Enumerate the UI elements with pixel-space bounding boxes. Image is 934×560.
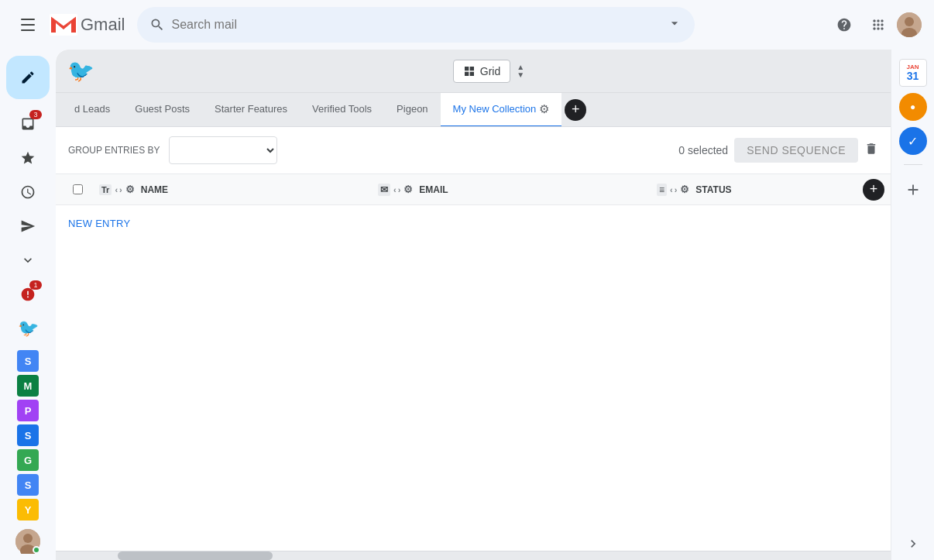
tab-guest-posts[interactable]: Guest Posts — [122, 93, 202, 127]
search-expand-icon[interactable] — [667, 15, 682, 33]
status-col-settings-icon[interactable]: ⚙ — [680, 184, 689, 195]
sidebar-app-g[interactable]: G — [17, 449, 39, 471]
app-header-center: Grid ▲ ▼ — [99, 60, 878, 83]
sidebar-user-avatar[interactable] — [15, 529, 40, 554]
streak-label: ● — [910, 101, 915, 112]
bird-icon: 🐦 — [18, 318, 39, 338]
calendar-date: 31 — [907, 70, 919, 81]
send-sequence-button[interactable]: SEND SEQUENCE — [734, 138, 858, 163]
gmail-sidebar: 3 — [0, 50, 56, 560]
right-sidebar-collapse[interactable] — [905, 536, 921, 554]
tab-label-pigeon: Pigeon — [397, 103, 428, 115]
search-input[interactable] — [171, 18, 661, 32]
sidebar-item-alert[interactable]: 1 — [12, 279, 43, 310]
tab-settings-icon[interactable]: ⚙ — [539, 102, 549, 116]
online-status-dot — [33, 546, 40, 554]
name-col-label: NAME — [141, 184, 168, 195]
gmail-logo: Gmail — [50, 14, 125, 36]
right-sidebar-check[interactable]: ✓ — [899, 127, 927, 155]
table-header: Tr ‹ › ⚙ NAME ✉ ‹ — [56, 174, 891, 205]
tab-label-starter-features: Starter Features — [215, 103, 287, 115]
google-apps-button[interactable] — [863, 9, 894, 40]
group-entries-select[interactable] — [169, 136, 277, 164]
table-area: Tr ‹ › ⚙ NAME ✉ ‹ — [56, 174, 891, 551]
topbar: Gmail — [0, 0, 934, 50]
pigeon-logo-icon: 🐦 — [67, 58, 94, 84]
bottom-scrollbar[interactable] — [56, 551, 891, 560]
selected-count: 0 selected — [678, 144, 728, 156]
svg-point-5 — [23, 534, 33, 543]
alert-badge: 1 — [29, 280, 42, 290]
grid-view-button[interactable]: Grid — [453, 60, 510, 83]
select-all-checkbox[interactable] — [73, 184, 83, 194]
grid-label: Grid — [480, 65, 500, 77]
right-sidebar-streak[interactable]: ● — [899, 93, 927, 121]
sidebar-app-m[interactable]: M — [17, 375, 39, 397]
tab-pigeon[interactable]: Pigeon — [384, 93, 440, 127]
main-body: 3 — [0, 50, 934, 560]
svg-point-2 — [905, 17, 914, 26]
sidebar-app-y[interactable]: Y — [17, 499, 39, 520]
add-tab-button[interactable]: + — [565, 99, 586, 121]
status-col-label: STATUS — [695, 184, 731, 195]
add-column-button[interactable]: + — [863, 179, 884, 201]
tab-label-d-leads: d Leads — [74, 103, 110, 115]
tab-verified-tools[interactable]: Verified Tools — [300, 93, 384, 127]
sidebar-app-p[interactable]: P — [17, 400, 39, 421]
name-col-settings-icon[interactable]: ⚙ — [125, 184, 135, 195]
group-entries-label: GROUP ENTRIES BY — [68, 145, 160, 156]
tabs-bar: d Leads Guest Posts Starter Features Ver… — [56, 93, 891, 127]
email-col-type-icon: ✉ — [378, 184, 390, 196]
user-avatar[interactable] — [897, 12, 922, 37]
sidebar-app-s1[interactable]: S — [17, 350, 39, 372]
compose-button[interactable] — [6, 56, 50, 99]
right-sidebar-add-button[interactable] — [898, 174, 929, 205]
help-button[interactable] — [829, 9, 860, 40]
sidebar-item-inbox[interactable]: 3 — [12, 108, 43, 139]
col-header-status: ≡ ‹ › ⚙ STATUS — [651, 184, 863, 196]
new-entry-button[interactable]: NEW ENTRY — [68, 211, 130, 235]
sidebar-item-more[interactable] — [12, 245, 43, 276]
topbar-right-actions — [829, 9, 922, 40]
tab-my-new-collection[interactable]: My New Collection ⚙ — [441, 93, 562, 127]
tab-starter-features[interactable]: Starter Features — [202, 93, 300, 127]
sidebar-app-s3[interactable]: S — [17, 474, 39, 496]
app-panel: 🐦 Grid ▲ ▼ — [56, 50, 891, 560]
sidebar-item-sent[interactable] — [12, 211, 43, 242]
toolbar-right: 0 selected SEND SEQUENCE — [678, 138, 878, 163]
tab-d-leads[interactable]: d Leads — [62, 93, 122, 127]
table-body: NEW ENTRY — [56, 205, 891, 242]
hamburger-button[interactable] — [12, 9, 43, 40]
select-all-checkbox-cell — [62, 184, 93, 194]
tab-label-my-new-collection: My New Collection — [453, 103, 537, 115]
col-header-name: Tr ‹ › ⚙ NAME — [93, 184, 372, 195]
sidebar-item-pigeon[interactable]: 🐦 — [12, 313, 43, 344]
sidebar-item-snoozed[interactable] — [12, 177, 43, 208]
email-col-label: EMAIL — [419, 184, 448, 195]
scroll-thumb — [118, 551, 273, 560]
email-col-arrows: ‹ › — [393, 185, 400, 194]
check-icon: ✓ — [908, 134, 918, 149]
app-logo-area: 🐦 — [68, 59, 93, 84]
right-sidebar-divider — [904, 164, 922, 165]
right-sidebar: JAN 31 ● ✓ — [891, 50, 934, 560]
col-header-email: ✉ ‹ › ⚙ EMAIL — [372, 184, 651, 196]
search-icon — [149, 17, 165, 33]
sidebar-item-starred[interactable] — [12, 143, 43, 173]
tab-label-guest-posts: Guest Posts — [135, 103, 190, 115]
right-sidebar-calendar[interactable]: JAN 31 — [899, 59, 927, 87]
trash-icon[interactable] — [864, 142, 878, 160]
app-header: 🐦 Grid ▲ ▼ — [56, 50, 891, 93]
name-col-type-icon: Tr — [99, 184, 112, 195]
sidebar-app-s2[interactable]: S — [17, 424, 39, 446]
toolbar: GROUP ENTRIES BY 0 selected SEND SEQUENC… — [56, 127, 891, 174]
name-col-arrows: ‹ › — [115, 185, 122, 194]
email-col-settings-icon[interactable]: ⚙ — [403, 184, 413, 195]
tab-label-verified-tools: Verified Tools — [312, 103, 372, 115]
search-bar — [137, 7, 695, 43]
status-col-type-icon: ≡ — [657, 184, 667, 196]
content-area: 🐦 Grid ▲ ▼ — [56, 50, 934, 560]
status-col-arrows: ‹ › — [670, 185, 677, 194]
view-toggle-arrows[interactable]: ▲ ▼ — [517, 64, 524, 79]
gmail-wordmark: Gmail — [81, 15, 125, 35]
